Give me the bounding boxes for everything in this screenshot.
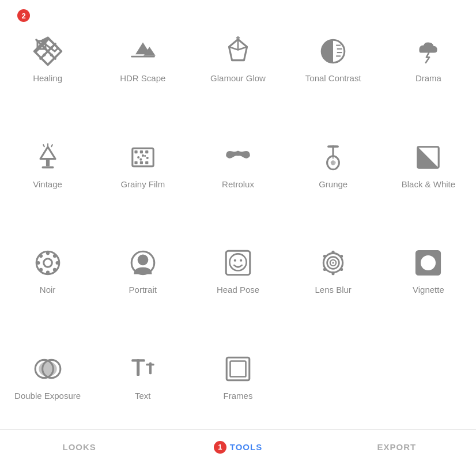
tool-tonal-contrast[interactable]: Tonal Contrast [286,6,381,112]
svg-point-55 [36,261,40,265]
svg-point-75 [323,268,326,271]
svg-point-78 [421,255,436,270]
svg-line-25 [43,145,44,146]
svg-point-60 [39,268,43,271]
tool-frames[interactable]: Frames [190,323,285,429]
svg-point-8 [50,54,52,56]
nav-export-label: EXPORT [377,442,416,452]
svg-point-70 [333,262,334,264]
svg-point-54 [46,271,49,274]
svg-rect-87 [230,361,245,377]
tool-lens-blur[interactable]: Lens Blur [286,218,381,324]
svg-point-74 [332,272,335,275]
svg-point-73 [340,268,343,271]
svg-point-65 [234,259,236,262]
hdr-scape-icon [126,34,160,69]
text-label: Text [135,391,151,401]
svg-point-52 [43,259,52,267]
svg-rect-30 [145,150,148,153]
double-exposure-icon [31,352,65,386]
text-icon [126,352,160,386]
drama-icon [411,34,445,69]
bottom-nav: LOOKS 1 TOOLS EXPORT [0,429,476,464]
svg-rect-29 [140,150,143,153]
svg-point-72 [340,255,343,258]
tool-grainy-film[interactable]: Grainy Film [95,112,190,218]
double-exposure-label: Double Exposure [14,391,81,401]
tool-healing[interactable]: 2 Healing [0,6,95,112]
svg-point-57 [39,254,43,258]
svg-point-53 [46,252,49,255]
head-pose-label: Head Pose [217,285,259,295]
retrolux-icon [221,140,255,175]
lens-blur-label: Lens Blur [315,285,352,295]
tool-grunge[interactable]: Grunge [286,112,381,218]
hdr-scape-label: HDR Scape [120,73,165,84]
glamour-glow-icon [221,34,255,69]
svg-rect-41 [328,145,338,148]
vignette-icon [411,246,445,280]
nav-tools-label: TOOLS [230,442,262,452]
grunge-icon [316,140,350,175]
svg-point-37 [139,158,142,160]
black-white-label: Black & White [402,179,455,190]
svg-point-6 [50,46,52,49]
healing-icon [31,34,65,69]
noir-icon [31,246,65,280]
tools-badge: 1 [214,441,226,454]
svg-rect-85 [149,363,152,375]
svg-point-35 [142,154,144,156]
tool-drama[interactable]: Drama [381,6,476,112]
tool-noir[interactable]: Noir [0,218,95,324]
nav-looks-label: LOOKS [62,442,96,452]
svg-point-66 [240,259,242,262]
svg-rect-11 [131,56,155,58]
svg-point-34 [137,156,139,159]
head-pose-icon [221,246,255,280]
svg-rect-23 [41,166,54,168]
svg-rect-33 [145,161,148,164]
portrait-icon [126,246,160,280]
lens-blur-icon [316,246,350,280]
svg-point-5 [43,46,46,49]
tool-retrolux[interactable]: Retrolux [190,112,285,218]
grainy-film-label: Grainy Film [120,179,165,190]
svg-point-71 [332,251,335,254]
vignette-label: Vignette [413,285,444,295]
tonal-contrast-label: Tonal Contrast [305,73,361,84]
svg-point-38 [144,154,146,156]
svg-rect-28 [134,150,137,153]
vintage-label: Vintage [33,179,62,190]
tool-black-white[interactable]: Black & White [381,112,476,218]
frames-label: Frames [224,391,253,401]
svg-rect-83 [137,359,139,376]
tool-vintage[interactable]: Vintage [0,112,95,218]
svg-point-64 [229,254,246,271]
svg-marker-21 [40,146,55,159]
grainy-film-icon [126,140,160,175]
svg-point-58 [52,268,56,271]
svg-point-56 [55,261,59,265]
tool-vignette[interactable]: Vignette [381,218,476,324]
drama-label: Drama [415,73,441,84]
svg-point-43 [337,145,339,148]
svg-rect-31 [134,161,137,164]
svg-point-59 [52,254,56,258]
tool-double-exposure[interactable]: Double Exposure [0,323,95,429]
svg-point-62 [137,255,148,266]
nav-tools[interactable]: 1 TOOLS [158,441,317,454]
tools-grid: 2 Healing [0,0,476,429]
svg-point-36 [146,157,149,159]
nav-looks[interactable]: LOOKS [0,442,158,452]
tool-text[interactable]: Text [95,323,190,429]
tool-head-pose[interactable]: Head Pose [190,218,285,324]
svg-point-7 [43,54,46,56]
tool-hdr-scape[interactable]: HDR Scape [95,6,190,112]
vintage-icon [31,140,65,175]
nav-export[interactable]: EXPORT [318,442,476,452]
black-white-icon [411,140,445,175]
tool-portrait[interactable]: Portrait [95,218,190,324]
svg-line-26 [51,145,52,146]
svg-point-76 [323,255,326,258]
tool-glamour-glow[interactable]: Glamour Glow [190,6,285,112]
